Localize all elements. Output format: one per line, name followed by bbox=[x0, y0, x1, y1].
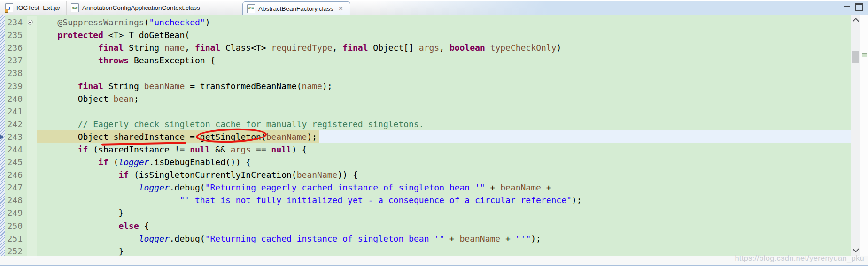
code-text: } bbox=[37, 246, 124, 256]
code-line-248[interactable]: 248 "' that is not fully initialized yet… bbox=[5, 194, 851, 206]
code-text: Object bean; bbox=[37, 94, 139, 104]
code-line-242[interactable]: 242 // Eagerly check singleton cache for… bbox=[5, 118, 851, 130]
line-number: 240 bbox=[5, 94, 27, 104]
code-text: logger.debug("Returning cached instance … bbox=[37, 234, 541, 243]
code-text: final String name, final Class<T> requir… bbox=[37, 43, 561, 53]
class-file-icon bbox=[71, 3, 79, 12]
overview-ruler[interactable] bbox=[860, 15, 868, 256]
code-text: if (logger.isDebugEnabled()) { bbox=[37, 157, 251, 167]
scroll-up-icon[interactable] bbox=[852, 18, 859, 24]
close-icon[interactable]: ✕ bbox=[339, 6, 343, 11]
line-number: 242 bbox=[5, 119, 27, 129]
code-line-241[interactable]: 241 bbox=[5, 105, 851, 118]
code-text: logger.debug("Returning eagerly cached i… bbox=[37, 182, 551, 192]
line-number: 241 bbox=[5, 106, 27, 116]
fold-column bbox=[27, 54, 37, 67]
fold-column bbox=[27, 220, 37, 232]
csdn-watermark: https://blog.csdn.net/yerenyuan_pku bbox=[735, 254, 864, 263]
code-line-235[interactable]: 235 protected <T> T doGetBean( bbox=[5, 29, 851, 41]
fold-column bbox=[27, 206, 37, 219]
code-line-249[interactable]: 249 } bbox=[5, 206, 851, 219]
tab-label: AnnotationConfigApplicationContext.class bbox=[82, 4, 200, 11]
code-text: if (isSingletonCurrentlyInCreation(beanN… bbox=[37, 170, 358, 180]
vertical-scrollbar-thumb[interactable] bbox=[852, 51, 859, 63]
code-text: else { bbox=[37, 221, 149, 231]
line-number: 235 bbox=[5, 30, 27, 40]
tabbar-gradient bbox=[375, 1, 868, 15]
tab-abstractbeanfactory-class[interactable]: AbstractBeanFactory.class✕ bbox=[242, 1, 350, 15]
code-text: final String beanName = transformedBeanN… bbox=[37, 81, 333, 91]
code-line-234[interactable]: 234 @SuppressWarnings("unchecked") bbox=[5, 16, 851, 29]
line-number: 250 bbox=[5, 221, 27, 231]
fold-column bbox=[27, 92, 37, 105]
tab-ioctest_ext-java[interactable]: IOCTest_Ext.java bbox=[1, 1, 67, 15]
current-line-marker-icon bbox=[0, 135, 4, 139]
fold-column bbox=[27, 67, 37, 79]
fold-column bbox=[27, 168, 37, 181]
code-line-236[interactable]: 236 final String name, final Class<T> re… bbox=[5, 41, 851, 54]
maximize-icon[interactable] bbox=[855, 3, 863, 11]
line-number: 247 bbox=[5, 182, 27, 192]
line-number: 246 bbox=[5, 170, 27, 180]
java-file-icon bbox=[5, 3, 13, 12]
code-text: Object sharedInstance = getSingleton(bea… bbox=[37, 132, 317, 142]
fold-column bbox=[27, 29, 37, 41]
line-number: 239 bbox=[5, 81, 27, 91]
code-line-251[interactable]: 251 logger.debug("Returning cached insta… bbox=[5, 232, 851, 245]
line-number: 243 bbox=[5, 132, 27, 142]
code-text: // Eagerly check singleton cache for man… bbox=[37, 119, 424, 129]
fold-column bbox=[27, 232, 37, 245]
line-number: 244 bbox=[5, 144, 27, 154]
fold-column bbox=[27, 130, 37, 143]
code-text: throws BeansException { bbox=[37, 55, 215, 65]
scroll-down-icon[interactable] bbox=[852, 246, 859, 252]
red-circled-token: getSingleton bbox=[200, 132, 261, 142]
line-number: 252 bbox=[5, 246, 27, 256]
fold-column bbox=[27, 143, 37, 156]
overview-position-marker[interactable] bbox=[862, 53, 867, 57]
fold-column bbox=[27, 181, 37, 194]
code-line-239[interactable]: 239 final String beanName = transformedB… bbox=[5, 79, 851, 92]
code-editor[interactable]: 234 @SuppressWarnings("unchecked")235 pr… bbox=[0, 15, 851, 256]
line-number: 251 bbox=[5, 234, 27, 243]
code-text: if (sharedInstance != null && args == nu… bbox=[37, 144, 307, 154]
tab-annotationconfigapplicationcontext-class[interactable]: AnnotationConfigApplicationContext.class bbox=[67, 1, 240, 15]
fold-column bbox=[27, 16, 37, 29]
tab-label: AbstractBeanFactory.class bbox=[258, 5, 333, 12]
collapse-icon[interactable] bbox=[28, 20, 33, 25]
minimize-icon[interactable] bbox=[844, 6, 850, 7]
editor-tab-bar: IOCTest_Ext.javaAnnotationConfigApplicat… bbox=[0, 1, 868, 15]
class-file-icon bbox=[247, 4, 255, 13]
fold-column bbox=[27, 79, 37, 92]
code-line-245[interactable]: 245 if (logger.isDebugEnabled()) { bbox=[5, 156, 851, 168]
line-number: 237 bbox=[5, 55, 27, 65]
line-number: 234 bbox=[5, 17, 27, 27]
vertical-scrollbar[interactable] bbox=[851, 15, 860, 256]
line-number: 236 bbox=[5, 43, 27, 53]
code-text: "' that is not fully initialized yet - a… bbox=[37, 195, 582, 205]
code-text: } bbox=[37, 208, 124, 218]
tab-strip: IOCTest_Ext.javaAnnotationConfigApplicat… bbox=[1, 1, 350, 15]
code-line-238[interactable]: 238 bbox=[5, 67, 851, 79]
fold-column bbox=[27, 194, 37, 206]
line-number: 245 bbox=[5, 157, 27, 167]
line-number: 249 bbox=[5, 208, 27, 218]
fold-column bbox=[27, 245, 37, 258]
code-line-237[interactable]: 237 throws BeansException { bbox=[5, 54, 851, 67]
code-line-247[interactable]: 247 logger.debug("Returning eagerly cach… bbox=[5, 181, 851, 194]
fold-column bbox=[27, 156, 37, 168]
code-line-250[interactable]: 250 else { bbox=[5, 220, 851, 232]
code-lines: 234 @SuppressWarnings("unchecked")235 pr… bbox=[5, 16, 851, 258]
fold-column bbox=[27, 105, 37, 118]
code-line-244[interactable]: 244 if (sharedInstance != null && args =… bbox=[5, 143, 851, 156]
code-line-243[interactable]: 243 Object sharedInstance = getSingleton… bbox=[5, 130, 851, 143]
code-text: protected <T> T doGetBean( bbox=[37, 30, 190, 40]
code-line-246[interactable]: 246 if (isSingletonCurrentlyInCreation(b… bbox=[5, 168, 851, 181]
fold-column bbox=[27, 41, 37, 54]
tab-label: IOCTest_Ext.java bbox=[16, 4, 60, 11]
line-number: 238 bbox=[5, 68, 27, 78]
fold-column bbox=[27, 118, 37, 130]
eclipse-editor-window: IOCTest_Ext.javaAnnotationConfigApplicat… bbox=[0, 0, 868, 266]
code-text: @SuppressWarnings("unchecked") bbox=[37, 17, 210, 27]
code-line-240[interactable]: 240 Object bean; bbox=[5, 92, 851, 105]
